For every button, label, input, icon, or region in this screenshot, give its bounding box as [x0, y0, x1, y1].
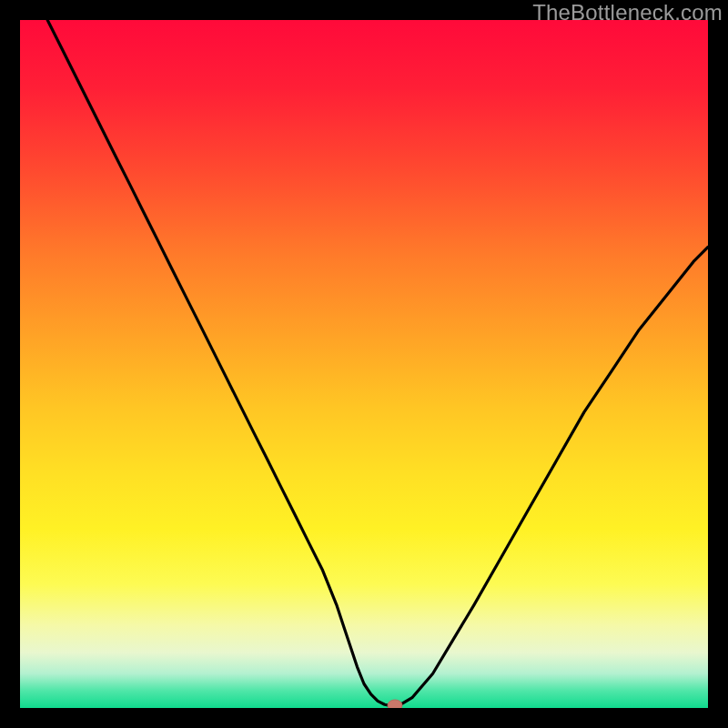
plot-area: [20, 20, 708, 708]
chart-frame: TheBottleneck.com: [0, 0, 728, 728]
watermark-text: TheBottleneck.com: [532, 0, 723, 25]
bottleneck-curve: [20, 20, 708, 708]
optimal-marker: [388, 700, 402, 708]
